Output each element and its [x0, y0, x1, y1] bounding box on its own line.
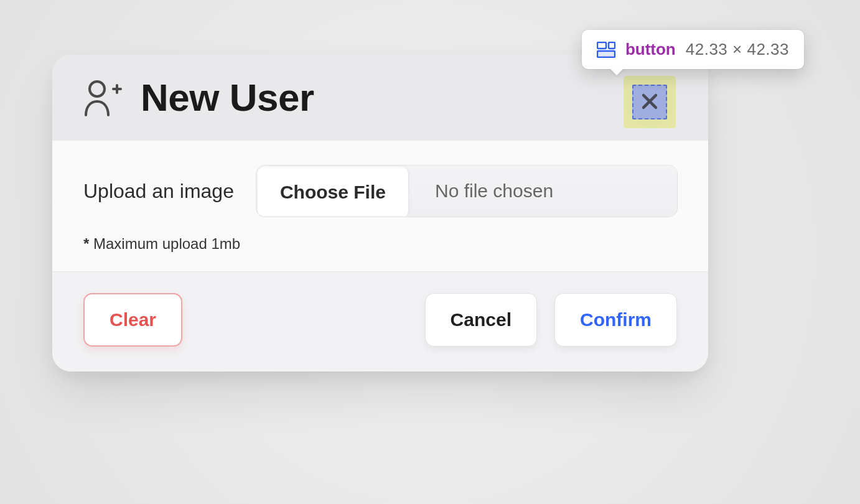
modal-body: Upload an image Choose File No file chos…: [52, 141, 708, 271]
svg-point-3: [90, 82, 105, 96]
devtools-tooltip: button 42.33 × 42.33: [582, 30, 804, 69]
svg-rect-2: [597, 51, 615, 57]
close-icon: [639, 91, 660, 114]
new-user-modal: button 42.33 × 42.33 New User: [52, 55, 708, 371]
layout-icon: [597, 42, 615, 58]
choose-file-button[interactable]: Choose File: [258, 167, 409, 217]
upload-row: Upload an image Choose File No file chos…: [83, 166, 677, 217]
svg-rect-0: [597, 42, 606, 49]
modal-footer: Clear Cancel Confirm: [52, 271, 708, 371]
clear-button[interactable]: Clear: [83, 293, 182, 347]
devtools-element-tag: button: [625, 40, 676, 59]
file-input[interactable]: Choose File No file chosen: [256, 166, 677, 217]
cancel-button[interactable]: Cancel: [425, 293, 537, 347]
add-user-icon: [83, 79, 123, 116]
devtools-element-dimensions: 42.33 × 42.33: [686, 40, 789, 59]
close-button[interactable]: [637, 89, 663, 115]
upload-hint: * Maximum upload 1mb: [83, 235, 677, 253]
svg-rect-1: [609, 42, 615, 49]
file-name-display: No file chosen: [409, 166, 677, 217]
upload-label: Upload an image: [83, 180, 234, 203]
close-button-highlight: [624, 76, 676, 128]
confirm-button[interactable]: Confirm: [554, 293, 677, 347]
modal-title: New User: [141, 78, 314, 117]
